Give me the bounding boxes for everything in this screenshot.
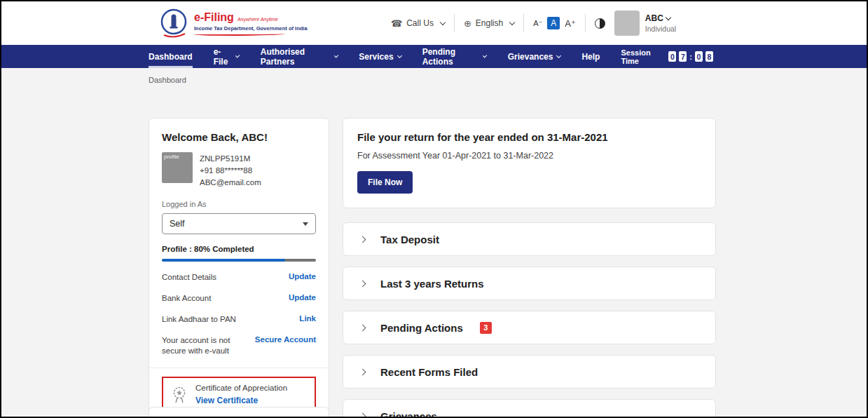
chevron-down-icon [556,53,561,58]
certificate-title: Certificate of Appreciation [195,384,287,392]
update-bank-link[interactable]: Update [289,293,316,302]
return-card-title: File your return for the year ended on 3… [357,131,701,143]
chevron-down-icon [235,53,240,58]
nav-efile[interactable]: e-File [214,45,240,68]
logged-in-as-select[interactable]: Self [162,213,316,234]
chevron-down-icon [509,19,515,25]
file-return-card: File your return for the year ended on 3… [343,118,716,208]
accordion-last-3-years-returns[interactable]: Last 3 years Returns [343,267,716,300]
breadcrumb: Dashboard [149,76,186,84]
chevron-right-icon [359,412,366,418]
welcome-card: Welcome Back, ABC! profile ZNLPP5191M +9… [149,118,329,418]
header-controls: ☎ Call Us ⊕ English A⁻ A A⁺ [391,1,676,45]
secure-account-link[interactable]: Secure Account [255,335,316,344]
profile-progress-bar [162,259,316,262]
divider [149,368,329,368]
logo-swoosh [194,32,285,36]
profile-info: ZNLPP5191M +91 88******88 ABC@email.com [200,152,261,189]
font-size-controls: A⁻ A A⁺ [533,17,576,29]
divider [454,14,455,32]
divider [585,14,586,32]
next-card-partial [149,407,329,418]
chevron-down-icon [440,19,446,25]
divider [523,14,524,32]
contact-details-row: Contact Details Update [162,272,316,283]
call-us-label: Call Us [406,18,434,28]
pan-number: ZNLPP5191M [200,153,261,165]
main-navbar: Dashboard e-File Authorised Partners Ser… [1,45,867,68]
logged-in-as-label: Logged in As [162,200,316,208]
logo-subtitle: Income Tax Department, Government of Ind… [194,25,308,32]
bank-account-row: Bank Account Update [162,293,316,304]
font-normal-button[interactable]: A [547,17,560,29]
globe-icon: ⊕ [464,18,471,29]
logo-title: e-Filing [194,11,234,24]
contrast-toggle-icon[interactable] [595,18,605,29]
session-digit: 8 [705,51,713,62]
selected-value: Self [170,219,185,229]
nav-authorised-partners[interactable]: Authorised Partners [261,45,338,68]
user-role: Individual [645,25,676,33]
nav-grievances[interactable]: Grievances [508,45,561,68]
phone-icon: ☎ [391,18,402,29]
language-dropdown[interactable]: ⊕ English [464,18,514,29]
update-contact-link[interactable]: Update [289,272,316,281]
chevron-down-icon [334,53,339,58]
masked-phone: +91 88******88 [200,165,261,177]
accordion-grievances[interactable]: Grievances [343,399,716,418]
session-separator: : [689,53,692,61]
chevron-right-icon [359,280,366,287]
user-menu[interactable]: ABC Individual [614,11,676,36]
nav-dashboard[interactable]: Dashboard [149,45,193,68]
file-now-button[interactable]: File Now [357,171,413,194]
user-name: ABC [645,13,663,23]
pending-actions-count-badge: 3 [480,322,492,334]
rosette-icon [170,386,188,404]
nav-services[interactable]: Services [359,45,401,68]
select-caret-icon [303,222,308,226]
session-digit: 7 [679,51,687,62]
row-label: Link Aadhaar to PAN [162,314,236,325]
row-label: Bank Account [162,293,211,304]
user-info: ABC Individual [645,13,676,33]
font-decrease-button[interactable]: A⁻ [533,19,542,28]
chevron-down-icon [666,14,671,20]
session-timer: Session Time 0 7 : 0 8 [621,45,713,68]
font-increase-button[interactable]: A⁺ [565,18,576,29]
session-timer-label: Session Time [621,48,663,65]
return-card-subtitle: For Assessment Year 01-Apr-2021 to 31-Ma… [357,151,701,161]
certificate-content: Certificate of Appreciation View Certifi… [195,384,287,405]
row-label: Your account is not secure with e-vault [162,335,244,356]
link-aadhaar-link[interactable]: Link [299,314,316,323]
chevron-right-icon [359,236,366,243]
chevron-down-icon [483,53,488,58]
welcome-title: Welcome Back, ABC! [162,131,316,143]
avatar [614,11,640,36]
nav-pending-actions[interactable]: Pending Actions [422,45,487,68]
efiling-dashboard-screen: e-Filing Anywhere Anytime Income Tax Dep… [0,0,868,418]
main-content: File your return for the year ended on 3… [343,118,716,418]
call-us-dropdown[interactable]: ☎ Call Us [391,18,445,29]
emblem-icon [160,8,188,39]
profile-progress-fill [162,259,285,262]
chevron-right-icon [359,324,366,331]
evault-row: Your account is not secure with e-vault … [162,335,316,356]
accordion-tax-deposit[interactable]: Tax Deposit [343,222,716,256]
view-certificate-link[interactable]: View Certificate [195,396,287,405]
profile-summary: profile ZNLPP5191M +91 88******88 ABC@em… [162,152,316,189]
efiling-logo[interactable]: e-Filing Anywhere Anytime Income Tax Dep… [160,8,308,39]
language-label: English [476,18,503,28]
email: ABC@email.com [200,177,261,189]
aadhaar-pan-row: Link Aadhaar to PAN Link [162,314,316,325]
profile-image-placeholder: profile [162,152,193,183]
profile-completion-label: Profile : 80% Completed [162,245,316,253]
nav-help[interactable]: Help [581,45,600,68]
logo-tagline: Anywhere Anytime [237,17,278,22]
accordion-recent-forms-filed[interactable]: Recent Forms Filed [343,355,716,389]
accordion-pending-actions[interactable]: Pending Actions 3 [343,311,716,344]
header: e-Filing Anywhere Anytime Income Tax Dep… [1,1,867,45]
session-digit: 0 [668,51,676,62]
session-digit: 0 [695,51,703,62]
logo-text: e-Filing Anywhere Anytime Income Tax Dep… [194,11,308,36]
chevron-down-icon [397,53,402,58]
